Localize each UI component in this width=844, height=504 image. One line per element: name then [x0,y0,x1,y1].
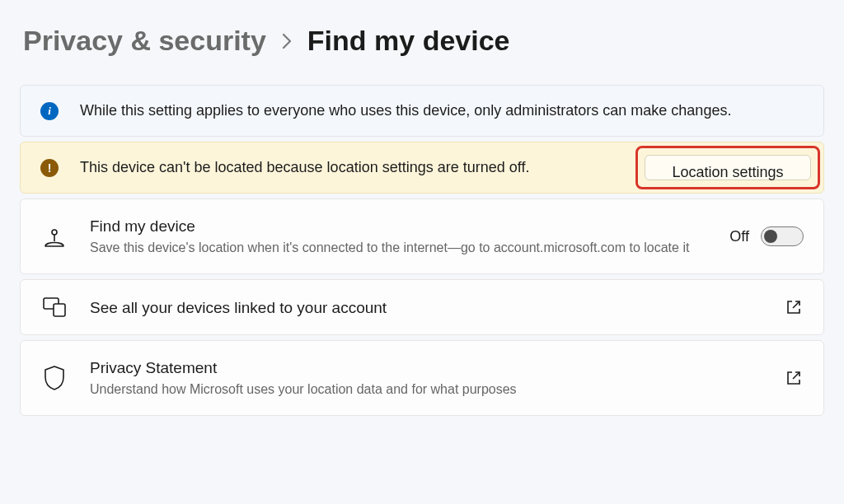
info-icon: i [40,102,59,120]
external-link-icon [784,370,804,386]
breadcrumb-parent-link[interactable]: Privacy & security [23,25,266,57]
shield-icon [40,365,68,391]
find-my-device-toggle[interactable] [761,226,804,246]
location-settings-button[interactable]: Location settings [645,155,811,180]
warning-banner: ! This device can't be located because l… [20,142,824,194]
devices-icon [40,296,68,318]
warning-banner-text: This device can't be located because loc… [80,157,529,178]
find-my-device-row[interactable]: Find my device Save this device's locati… [20,198,824,274]
breadcrumb: Privacy & security Find my device [23,25,824,57]
warning-icon: ! [40,159,59,177]
external-link-icon [784,299,804,315]
info-banner-text: While this setting applies to everyone w… [80,100,731,121]
find-my-device-title: Find my device [90,216,708,237]
highlight-frame: Location settings [635,146,820,189]
linked-devices-title: See all your devices linked to your acco… [90,297,762,319]
page-title: Find my device [307,25,510,57]
find-my-device-body: Find my device Save this device's locati… [90,216,708,257]
toggle-knob [764,230,777,243]
location-pin-icon [40,223,68,250]
linked-devices-row[interactable]: See all your devices linked to your acco… [20,279,824,335]
find-my-device-toggle-group: Off [729,226,804,246]
svg-point-0 [52,230,57,235]
privacy-statement-row[interactable]: Privacy Statement Understand how Microso… [20,340,824,416]
find-my-device-desc: Save this device's location when it's co… [90,239,708,257]
privacy-statement-body: Privacy Statement Understand how Microso… [90,357,762,399]
privacy-statement-desc: Understand how Microsoft uses your locat… [90,380,762,399]
svg-rect-2 [54,304,65,316]
chevron-right-icon [281,33,293,49]
toggle-state-label: Off [729,228,749,245]
info-banner: i While this setting applies to everyone… [20,85,824,137]
linked-devices-body: See all your devices linked to your acco… [90,297,762,319]
privacy-statement-title: Privacy Statement [90,357,762,379]
